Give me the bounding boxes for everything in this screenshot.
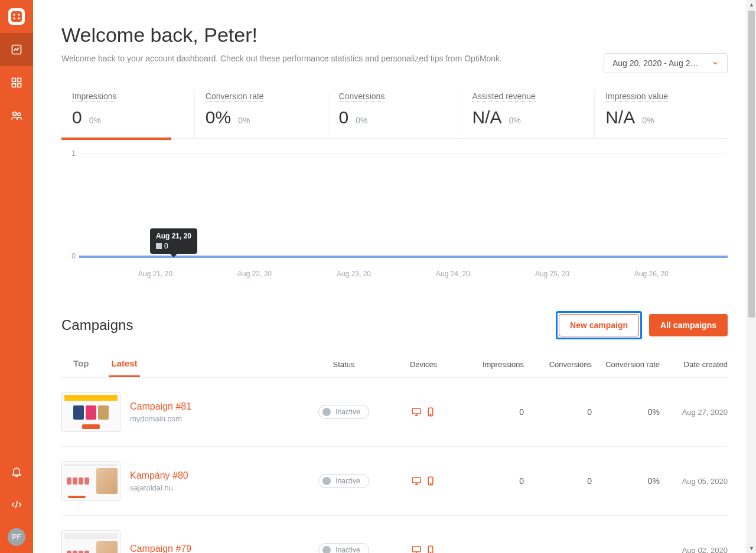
tooltip-value: 0 — [164, 242, 168, 250]
status-toggle[interactable]: Inactive — [318, 543, 369, 553]
scrollbar[interactable]: ▲ ▼ — [747, 0, 756, 553]
stat-pct: 0% — [509, 116, 520, 125]
svg-rect-8 — [18, 78, 21, 82]
scroll-up-arrow[interactable]: ▲ — [747, 0, 756, 9]
svg-point-18 — [430, 414, 431, 415]
campaign-name-link[interactable]: Campaign #79 — [130, 544, 191, 553]
svg-rect-7 — [12, 78, 16, 82]
x-axis: Aug 21, 20 Aug 22, 20 Aug 23, 20 Aug 24,… — [79, 270, 728, 278]
stat-pct: 0% — [356, 116, 367, 125]
stat-impressions[interactable]: Impressions 0 0% — [61, 91, 195, 138]
col-conversions: Conversions — [524, 360, 592, 369]
campaign-thumbnail — [61, 530, 120, 553]
stat-value: N/A — [605, 107, 635, 127]
cell-conversions: 0 — [524, 407, 592, 417]
sidebar-item-audience[interactable] — [0, 99, 33, 132]
cell-conversions: 0 — [524, 476, 592, 486]
col-date-created: Date created — [660, 360, 728, 369]
header-row: Welcome back, Peter! Welcome back to you… — [61, 24, 728, 73]
mobile-icon — [425, 545, 436, 553]
cell-rate: 0% — [592, 407, 660, 417]
desktop-icon — [411, 407, 422, 417]
status-toggle[interactable]: Inactive — [318, 405, 369, 419]
table-header: Status Devices Impressions Conversions C… — [296, 360, 728, 369]
chart-tooltip: Aug 21, 20 0 — [150, 228, 197, 254]
campaign-thumbnail — [61, 392, 120, 432]
scroll-down-arrow[interactable]: ▼ — [747, 544, 756, 553]
users-icon — [11, 110, 22, 122]
code-icon — [11, 499, 22, 511]
stat-label: Impression value — [605, 91, 668, 102]
stat-value: 0% — [206, 107, 231, 127]
device-icons — [391, 476, 456, 486]
sidebar: PF — [0, 0, 33, 553]
page-subtitle: Welcome back to your account dashboard. … — [61, 54, 502, 63]
mobile-icon — [425, 476, 436, 486]
svg-point-4 — [13, 17, 15, 19]
all-campaigns-button[interactable]: All campaigns — [649, 314, 728, 336]
svg-point-3 — [18, 14, 19, 15]
cell-impressions: 0 — [456, 407, 524, 417]
desktop-icon — [411, 545, 422, 553]
avatar[interactable]: PF — [8, 528, 25, 546]
svg-rect-14 — [412, 408, 421, 414]
grid-icon — [11, 77, 22, 89]
status-dot-icon — [322, 546, 331, 553]
sidebar-item-code[interactable] — [0, 488, 33, 521]
campaign-row[interactable]: Campaign #79 Inactive Aug 02, 2020 — [61, 516, 728, 553]
svg-point-11 — [13, 112, 17, 116]
campaign-name-link[interactable]: Campaign #81 — [130, 401, 191, 412]
status-toggle[interactable]: Inactive — [318, 474, 369, 488]
svg-point-23 — [430, 483, 431, 485]
campaign-row[interactable]: Campaign #81 mydomain.com Inactive 0 0 0… — [61, 378, 728, 447]
stat-conversion-rate[interactable]: Conversion rate 0% 0% — [195, 91, 328, 138]
new-campaign-highlight: New campaign — [556, 311, 642, 339]
x-label: Aug 26, 20 — [634, 270, 669, 278]
sidebar-bottom: PF — [0, 455, 33, 553]
x-label: Aug 21, 20 — [138, 270, 172, 278]
x-label: Aug 25, 20 — [535, 270, 569, 278]
y-tick: 1 — [71, 149, 76, 158]
svg-point-5 — [18, 17, 19, 19]
col-impressions: Impressions — [456, 360, 524, 369]
scrollbar-thumb[interactable] — [748, 11, 755, 318]
desktop-icon — [411, 476, 422, 486]
campaign-domain: mydomain.com — [130, 414, 296, 423]
cell-date: Aug 02, 2020 — [660, 546, 728, 554]
status-label: Inactive — [335, 546, 360, 553]
bell-icon — [11, 466, 22, 477]
chart-area[interactable]: 1 0 Aug 21, 20 0 Aug 21, 20 Aug 22, 20 A… — [61, 152, 728, 287]
col-devices: Devices — [391, 360, 456, 369]
analytics-icon — [11, 44, 22, 55]
logo[interactable] — [0, 0, 33, 33]
campaigns-header: Campaigns New campaign All campaigns — [61, 311, 728, 339]
svg-rect-19 — [412, 477, 421, 483]
x-label: Aug 23, 20 — [337, 270, 371, 278]
new-campaign-button[interactable]: New campaign — [559, 314, 639, 336]
campaign-name-link[interactable]: Kampány #80 — [130, 470, 188, 481]
sidebar-item-notifications[interactable] — [0, 455, 33, 488]
svg-point-12 — [18, 113, 21, 116]
stat-impression-value[interactable]: Impression value N/A 0% — [595, 91, 728, 138]
status-dot-icon — [322, 408, 331, 416]
tab-top[interactable]: Top — [71, 351, 91, 377]
main-content: Welcome back, Peter! Welcome back to you… — [33, 0, 756, 553]
svg-point-2 — [13, 14, 15, 15]
stat-pct: 0% — [89, 116, 101, 125]
stat-label: Conversions — [339, 91, 385, 102]
tab-latest[interactable]: Latest — [109, 351, 139, 377]
stat-assisted-revenue[interactable]: Assisted revenue N/A 0% — [461, 91, 595, 138]
stat-label: Assisted revenue — [472, 91, 535, 102]
stat-conversions[interactable]: Conversions 0 0% — [328, 91, 462, 138]
sidebar-item-dashboard[interactable] — [0, 33, 33, 66]
cell-date: Aug 05, 2020 — [660, 477, 728, 486]
stat-pct: 0% — [238, 116, 250, 125]
campaign-row[interactable]: Kampány #80 sajatoldal.hu Inactive 0 0 0… — [61, 447, 728, 516]
sidebar-item-templates[interactable] — [0, 66, 33, 99]
date-range-picker[interactable]: Aug 20, 2020 - Aug 27, 20… — [604, 53, 728, 73]
col-conversion-rate: Conversion rate — [592, 360, 660, 369]
logo-icon — [8, 8, 25, 25]
svg-line-13 — [15, 501, 17, 508]
x-label: Aug 22, 20 — [237, 270, 272, 278]
device-icons — [391, 407, 456, 417]
